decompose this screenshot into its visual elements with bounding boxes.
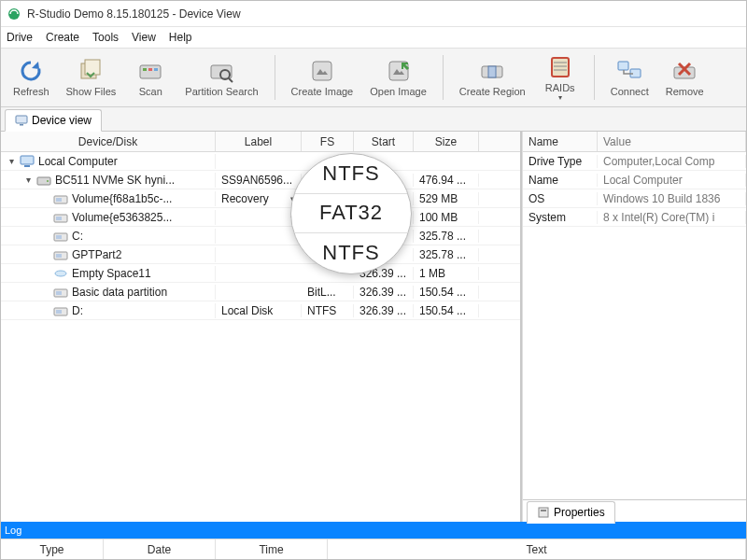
col-size[interactable]: Size: [414, 132, 479, 151]
device-cell: GPTPart2: [1, 247, 216, 262]
table-row[interactable]: ▾Local Computer: [1, 152, 520, 171]
table-row[interactable]: ▾BC511 NVMe SK hyni...SS9AN6596...Bytes4…: [1, 171, 520, 189]
tab-label: Device view: [32, 114, 92, 127]
device-name: GPTPart2: [72, 248, 121, 261]
tab-properties[interactable]: Properties: [527, 501, 615, 524]
tab-strip: Device view: [1, 107, 746, 132]
toolbar-label: Scan: [139, 86, 162, 97]
refresh-button[interactable]: Refresh: [8, 50, 54, 105]
size-cell: 150.54 ...: [414, 304, 479, 317]
refresh-icon: [18, 58, 44, 84]
svg-rect-14: [552, 58, 569, 77]
svg-rect-3: [140, 65, 161, 78]
properties-body: Drive TypeComputer,Local CompNameLocal C…: [523, 152, 746, 499]
label-cell: ▾: [216, 213, 302, 222]
createregion-button[interactable]: Create Region: [455, 50, 530, 105]
col-start[interactable]: Start: [354, 132, 414, 151]
table-row[interactable]: Empty Space11326.39 ...1 MB: [1, 264, 520, 283]
device-tree[interactable]: ▾Local Computer▾BC511 NVMe SK hyni...SS9…: [1, 152, 520, 522]
menu-bar: Drive Create Tools View Help: [1, 27, 746, 48]
table-row[interactable]: GPTPart20 MB325.78 ...: [1, 245, 520, 264]
vol-icon: [53, 303, 68, 318]
col-value[interactable]: Value: [598, 132, 746, 151]
svg-rect-10: [313, 62, 331, 80]
expand-toggle[interactable]: ▾: [23, 175, 33, 185]
toolbar-label: Refresh: [13, 86, 49, 97]
menu-tools[interactable]: Tools: [92, 31, 119, 44]
scan-button[interactable]: Scan: [128, 50, 173, 105]
table-row[interactable]: Volume{f68a1b5c-...Recovery▾B529 MB: [1, 189, 520, 208]
table-row[interactable]: C:MB325.78 ...: [1, 227, 520, 245]
property-row[interactable]: NameLocal Computer: [523, 171, 746, 189]
size-cell: 1 MB: [414, 267, 479, 280]
device-name: Volume{e5363825...: [72, 211, 172, 224]
property-value: Local Computer: [598, 174, 746, 187]
log-col-text[interactable]: Text: [328, 539, 746, 559]
expand-toggle[interactable]: ▾: [7, 156, 16, 166]
tab-device-view[interactable]: Device view: [5, 109, 102, 132]
fs-cell: NTFS: [302, 304, 354, 317]
property-row[interactable]: OSWindows 10 Build 1836: [523, 189, 746, 208]
device-cell: ▾BC511 NVMe SK hyni...: [1, 173, 216, 188]
svg-rect-13: [488, 66, 496, 77]
svg-rect-41: [56, 310, 62, 314]
svg-rect-39: [56, 291, 62, 295]
label-cell: Recovery▾: [216, 192, 302, 205]
menu-help[interactable]: Help: [169, 31, 192, 44]
toolbar: RefreshShow FilesScanPartition SearchCre…: [1, 48, 746, 107]
showfiles-icon: [78, 58, 104, 84]
table-row[interactable]: D:Local DiskNTFS326.39 ...150.54 ...: [1, 301, 520, 320]
svg-rect-25: [21, 156, 34, 164]
col-name[interactable]: Name: [523, 132, 598, 151]
property-name: OS: [523, 192, 598, 205]
chevron-down-icon: ▾: [558, 93, 562, 102]
showfiles-button[interactable]: Show Files: [62, 50, 121, 105]
device-cell: ▾Local Computer: [1, 154, 216, 169]
log-title-bar[interactable]: Log: [1, 522, 746, 539]
property-value: Windows 10 Build 1836: [598, 192, 746, 205]
svg-rect-26: [24, 165, 30, 167]
size-cell: 325.78 ...: [414, 248, 479, 261]
svg-point-37: [55, 271, 66, 276]
title-bar: R-Studio Demo 8.15.180125 - Device View: [1, 1, 746, 27]
toolbar-label: Show Files: [66, 86, 117, 97]
toolbar-separator: [594, 55, 595, 100]
remove-button[interactable]: Remove: [661, 50, 709, 105]
device-name: Empty Space11: [72, 267, 151, 280]
device-name: Volume{f68a1b5c-...: [72, 192, 172, 205]
device-name: Local Computer: [38, 155, 118, 168]
col-label[interactable]: Label: [216, 132, 302, 151]
col-fs[interactable]: FS: [302, 132, 354, 151]
size-cell: 150.54 ...: [414, 286, 479, 299]
menu-view[interactable]: View: [132, 31, 156, 44]
table-row[interactable]: Volume{e5363825...▾MB100 MB: [1, 208, 520, 227]
log-col-date[interactable]: Date: [104, 539, 216, 559]
device-cell: Empty Space11: [1, 266, 216, 281]
label-cell: SS9AN6596...: [216, 174, 302, 187]
property-name: Drive Type: [523, 155, 598, 168]
property-row[interactable]: Drive TypeComputer,Local Comp: [523, 152, 746, 171]
log-col-time[interactable]: Time: [216, 539, 328, 559]
device-name: BC511 NVMe SK hyni...: [55, 174, 175, 187]
connect-button[interactable]: Connect: [606, 50, 654, 105]
start-cell: 326.39 ...: [354, 286, 414, 299]
app-window: R-Studio Demo 8.15.180125 - Device View …: [0, 0, 747, 560]
psearch-button[interactable]: Partition Search: [180, 50, 262, 105]
property-value: 8 x Intel(R) Core(TM) i: [598, 211, 746, 224]
toolbar-label: RAIDs: [545, 82, 575, 93]
remove-icon: [671, 58, 698, 84]
device-grid-header: Device/Disk Label FS Start Size: [1, 132, 520, 152]
createimg-button[interactable]: Create Image: [287, 50, 359, 105]
device-name: Basic data partition: [72, 286, 167, 299]
table-row[interactable]: Basic data partitionBitL...326.39 ...150…: [1, 283, 520, 301]
magnifier-row: FAT32: [291, 194, 411, 233]
menu-create[interactable]: Create: [46, 31, 79, 44]
openimg-button[interactable]: Open Image: [365, 50, 431, 105]
col-device[interactable]: Device/Disk: [1, 132, 216, 151]
device-cell: Volume{f68a1b5c-...: [1, 191, 216, 206]
log-col-type[interactable]: Type: [1, 539, 104, 559]
menu-drive[interactable]: Drive: [7, 31, 33, 44]
property-row[interactable]: System8 x Intel(R) Core(TM) i: [523, 208, 746, 227]
monitor-icon: [15, 114, 28, 127]
raids-button[interactable]: RAIDs ▾: [538, 50, 583, 105]
